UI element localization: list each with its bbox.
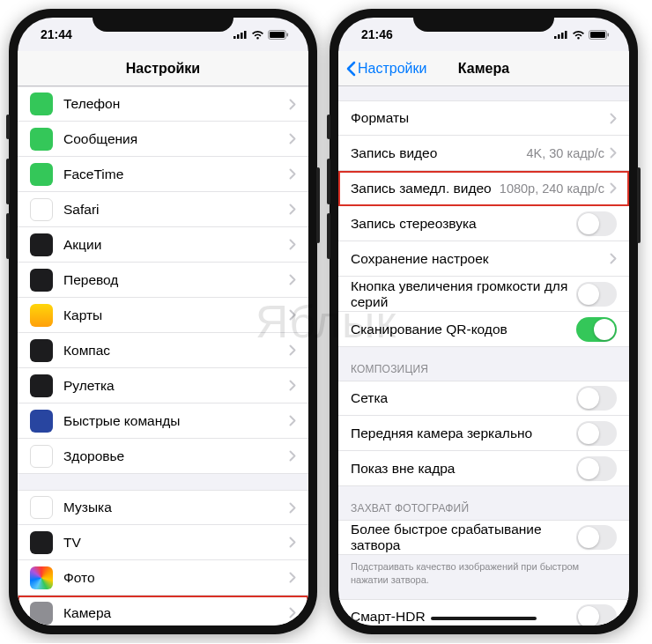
toggle-switch[interactable] [576, 282, 617, 307]
toggle-switch[interactable] [576, 421, 617, 446]
chevron-right-icon [289, 204, 296, 215]
wifi-icon [572, 30, 585, 40]
back-label: Настройки [358, 61, 426, 77]
chevron-right-icon [610, 182, 617, 194]
row-label: Форматы [351, 110, 610, 126]
facetime-icon [30, 163, 53, 186]
row-label: Фото [63, 570, 289, 586]
settings-row[interactable]: TV [18, 525, 308, 560]
toggle-switch[interactable] [576, 456, 617, 481]
row-label: Запись видео [351, 145, 527, 161]
back-button[interactable]: Настройки [345, 61, 426, 77]
settings-row[interactable]: FaceTime [18, 157, 308, 192]
settings-row[interactable]: Телефон [18, 86, 308, 122]
measure-icon [30, 374, 53, 397]
wifi-icon [251, 30, 264, 40]
settings-row[interactable]: Музыка [18, 490, 308, 525]
row-label: FaceTime [63, 167, 289, 182]
row-label: Сообщения [63, 131, 289, 147]
row-label: Компас [63, 343, 289, 359]
toggle-switch[interactable] [576, 386, 617, 411]
row-label: Рулетка [63, 378, 289, 394]
row-label: Акции [63, 237, 289, 253]
chevron-right-icon [289, 239, 296, 250]
toggle-switch[interactable] [576, 211, 617, 236]
chevron-right-icon [289, 168, 296, 180]
settings-row[interactable]: Запись замедл. видео 1080p, 240 кадр/с [338, 171, 629, 206]
toggle-switch[interactable] [576, 317, 617, 342]
row-label: Камера [63, 605, 289, 621]
settings-row[interactable]: Запись видео 4K, 30 кадр/с [338, 136, 629, 171]
section-header-capture: ЗАХВАТ ФОТОГРАФИЙ [338, 486, 629, 520]
phone-icon [30, 93, 53, 115]
tv-icon [30, 531, 53, 554]
chevron-right-icon [289, 133, 296, 144]
settings-row[interactable]: Быстрые команды [18, 403, 308, 439]
camera-settings-list[interactable]: Форматы Запись видео 4K, 30 кадр/с Запис… [338, 86, 629, 625]
svg-rect-8 [558, 34, 560, 39]
svg-rect-1 [237, 34, 240, 39]
settings-row[interactable]: Компас [18, 333, 308, 368]
settings-row[interactable]: Карты [18, 298, 308, 333]
settings-list[interactable]: Телефон Сообщения FaceTime Safari Акции … [18, 86, 308, 625]
health-icon [30, 445, 53, 468]
toggle-switch[interactable] [576, 604, 617, 625]
settings-row[interactable]: Здоровье [18, 439, 308, 474]
settings-row[interactable]: Передняя камера зеркально [338, 416, 629, 451]
row-label: Сохранение настроек [351, 251, 610, 267]
settings-row[interactable]: Сообщения [18, 122, 308, 157]
row-label: Здоровье [63, 448, 289, 464]
svg-rect-2 [241, 33, 243, 39]
chevron-right-icon [289, 380, 296, 391]
settings-row[interactable]: Рулетка [18, 368, 308, 403]
notch [93, 9, 233, 32]
status-time: 21:46 [361, 27, 393, 41]
cellular-icon [554, 30, 568, 39]
settings-row[interactable]: Запись стереозвука [338, 206, 629, 241]
chevron-right-icon [289, 309, 296, 321]
cellular-icon [233, 30, 248, 39]
svg-rect-3 [244, 31, 247, 39]
phone-frame-right: 21:46 Настройки Камера Форматы Запись ви… [330, 9, 638, 634]
status-time: 21:44 [41, 27, 72, 41]
section-header-composition: КОМПОЗИЦИЯ [338, 347, 629, 381]
settings-row[interactable]: Показ вне кадра [338, 451, 629, 486]
toggle-switch[interactable] [576, 525, 617, 550]
row-label: Телефон [63, 96, 289, 112]
settings-row[interactable]: Safari [18, 192, 308, 227]
settings-row[interactable]: Камера [18, 596, 308, 625]
svg-rect-0 [233, 36, 236, 39]
settings-row[interactable]: Более быстрое срабатывание затвора [338, 520, 629, 555]
row-label: Карты [63, 307, 289, 323]
svg-rect-7 [554, 36, 557, 39]
row-label: Показ вне кадра [351, 461, 576, 477]
settings-row[interactable]: Кнопка увеличения громкости для серий [338, 277, 629, 312]
translate-icon [30, 269, 53, 292]
notch [413, 9, 554, 32]
battery-icon [268, 30, 289, 40]
chevron-right-icon [289, 344, 296, 356]
settings-row[interactable]: Сканирование QR-кодов [338, 312, 629, 347]
svg-rect-5 [270, 32, 285, 38]
row-label: Музыка [63, 500, 289, 515]
camera-icon [30, 602, 53, 625]
chevron-right-icon [289, 607, 296, 618]
svg-rect-13 [608, 33, 610, 36]
row-label: Сканирование QR-кодов [351, 322, 576, 337]
settings-row[interactable]: Форматы [338, 100, 629, 136]
settings-row[interactable]: Перевод [18, 263, 308, 298]
row-label: Сетка [351, 390, 576, 406]
settings-row[interactable]: Сетка [338, 381, 629, 416]
settings-row[interactable]: Смарт-HDR [338, 599, 629, 625]
row-label: Кнопка увеличения громкости для серий [351, 278, 576, 310]
photos-icon [30, 566, 53, 589]
settings-row[interactable]: Сохранение настроек [338, 241, 629, 277]
home-indicator[interactable] [431, 617, 537, 620]
chevron-right-icon [610, 147, 617, 159]
section-footer-capture: Подстраивать качество изображений при бы… [338, 555, 629, 588]
chevron-right-icon [610, 113, 617, 124]
row-label: Safari [63, 202, 289, 218]
settings-row[interactable]: Фото [18, 560, 308, 596]
settings-row[interactable]: Акции [18, 227, 308, 263]
page-title: Настройки [126, 61, 200, 77]
